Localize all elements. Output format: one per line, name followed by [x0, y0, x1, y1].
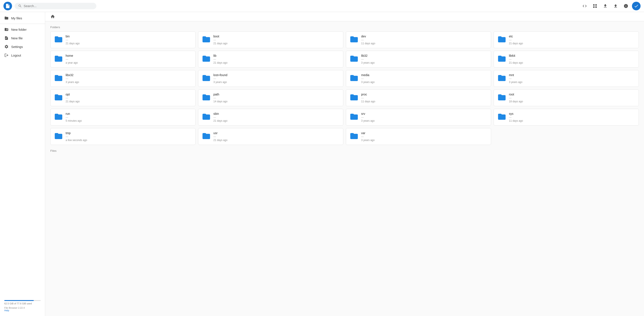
topbar-right: [580, 2, 640, 10]
sidebar-item-label: New file: [11, 36, 22, 40]
folders-section-label: Folders: [50, 25, 639, 29]
download-icon: [603, 4, 608, 8]
folder-date: 3 years ago: [214, 81, 227, 84]
folder-card[interactable]: path — 14 days ago: [198, 89, 343, 106]
folder-icon: [54, 35, 63, 45]
folder-card[interactable]: media — 3 years ago: [346, 70, 491, 87]
folder-icon: [54, 73, 63, 83]
folder-card[interactable]: lost+found — 3 years ago: [198, 70, 343, 87]
folder-icon: [497, 54, 506, 64]
search-bar[interactable]: [15, 3, 96, 9]
folder-dash: —: [214, 38, 227, 41]
folder-card[interactable]: run — 5 minutes ago: [50, 109, 196, 126]
folder-card[interactable]: lib — 21 days ago: [198, 51, 343, 67]
search-input[interactable]: [24, 4, 93, 8]
folder-info: sbin — 21 days ago: [214, 112, 227, 122]
folder-name: dev: [361, 35, 375, 38]
folder-dash: —: [361, 116, 375, 119]
sidebar-item-new-folder[interactable]: New folder: [0, 25, 45, 34]
folder-name: opt: [66, 93, 80, 96]
folder-date: 18 days ago: [509, 100, 523, 103]
folder-dash: —: [509, 96, 523, 99]
info-button[interactable]: [622, 2, 630, 10]
folder-date: 11 days ago: [361, 42, 375, 45]
sidebar-item-my-files[interactable]: My files: [0, 14, 45, 22]
folder-info: proc — 11 days ago: [361, 93, 375, 103]
folder-date: 5 minutes ago: [66, 119, 82, 122]
logout-icon: [4, 53, 8, 57]
add-file-icon: [4, 36, 8, 40]
folder-dash: —: [509, 116, 523, 119]
folder-date: a few seconds ago: [66, 139, 87, 142]
folder-dash: —: [509, 77, 522, 80]
folder-icon: [54, 93, 63, 103]
check-button[interactable]: [632, 2, 640, 10]
folder-date: a year ago: [66, 61, 78, 64]
home-icon[interactable]: [50, 14, 55, 19]
app-version: File Browser 2.22.4: [4, 307, 41, 309]
folder-card[interactable]: var — 3 years ago: [346, 128, 491, 145]
folder-dash: —: [361, 77, 375, 80]
folder-name: lib64: [509, 54, 523, 57]
folder-date: 3 years ago: [509, 81, 522, 84]
sidebar-item-settings[interactable]: Settings: [0, 42, 45, 51]
folder-date: 3 years ago: [361, 61, 375, 64]
folder-card[interactable]: tmp — a few seconds ago: [50, 128, 196, 145]
breadcrumb-bar: [45, 12, 644, 21]
folder-info: mnt — 3 years ago: [509, 73, 522, 84]
folder-name: srv: [361, 112, 375, 115]
folder-card[interactable]: boot — 21 days ago: [198, 31, 343, 48]
folder-date: 3 years ago: [361, 81, 375, 84]
storage-bar-bg: [4, 300, 41, 301]
folder-date: 21 days ago: [66, 42, 80, 45]
folder-card[interactable]: sys — 11 days ago: [494, 109, 639, 126]
folder-card[interactable]: etc — 21 days ago: [494, 31, 639, 48]
folder-card[interactable]: lib32 — 3 years ago: [346, 51, 491, 67]
folder-date: 11 days ago: [509, 119, 523, 122]
sidebar-item-label: My files: [11, 16, 22, 20]
folder-info: run — 5 minutes ago: [66, 112, 82, 122]
folder-card[interactable]: mnt — 3 years ago: [494, 70, 639, 87]
folder-info: lib — 21 days ago: [214, 54, 227, 64]
folder-dash: —: [361, 38, 375, 41]
folder-dash: —: [66, 96, 80, 99]
folder-card[interactable]: opt — 21 days ago: [50, 89, 196, 106]
sidebar-item-logout[interactable]: Logout: [0, 51, 45, 59]
folder-dash: —: [66, 77, 79, 80]
folder-card[interactable]: srv — 3 years ago: [346, 109, 491, 126]
folder-card[interactable]: root — 18 days ago: [494, 89, 639, 106]
folder-name: var: [361, 131, 375, 135]
search-icon: [18, 4, 22, 8]
grid-view-button[interactable]: [591, 2, 599, 10]
sidebar-item-new-file[interactable]: New file: [0, 34, 45, 42]
folder-icon: [54, 112, 63, 122]
folder-card[interactable]: proc — 11 days ago: [346, 89, 491, 106]
code-view-button[interactable]: [580, 2, 589, 10]
folder-card[interactable]: home — a year ago: [50, 51, 196, 67]
layout: My files New folder New file Settings Lo…: [0, 12, 644, 316]
folder-card[interactable]: lib64 — 21 days ago: [494, 51, 639, 67]
folder-icon: [202, 132, 211, 141]
folder-card[interactable]: dev — 11 days ago: [346, 31, 491, 48]
help-link[interactable]: Help: [4, 309, 41, 312]
topbar-left: [4, 2, 96, 10]
folder-card[interactable]: libx32 — 3 years ago: [50, 70, 196, 87]
download-button[interactable]: [601, 2, 610, 10]
folder-date: 21 days ago: [214, 42, 227, 45]
folder-dash: —: [214, 77, 227, 80]
check-icon: [634, 4, 638, 8]
folder-name: root: [509, 93, 523, 96]
folder-card[interactable]: sbin — 21 days ago: [198, 109, 343, 126]
folder-info: usr — 21 days ago: [214, 131, 227, 142]
folder-info: lost+found — 3 years ago: [214, 73, 227, 84]
folder-dash: —: [361, 135, 375, 138]
app-logo[interactable]: [4, 2, 12, 10]
folder-card[interactable]: usr — 21 days ago: [198, 128, 343, 145]
folder-name: lib: [214, 54, 227, 57]
folder-icon: [4, 16, 8, 20]
sidebar-item-label: Settings: [11, 45, 23, 48]
folder-card[interactable]: bin — 21 days ago: [50, 31, 196, 48]
folder-icon: [202, 54, 211, 64]
folder-date: 3 years ago: [361, 119, 375, 122]
upload-button[interactable]: [611, 2, 620, 10]
